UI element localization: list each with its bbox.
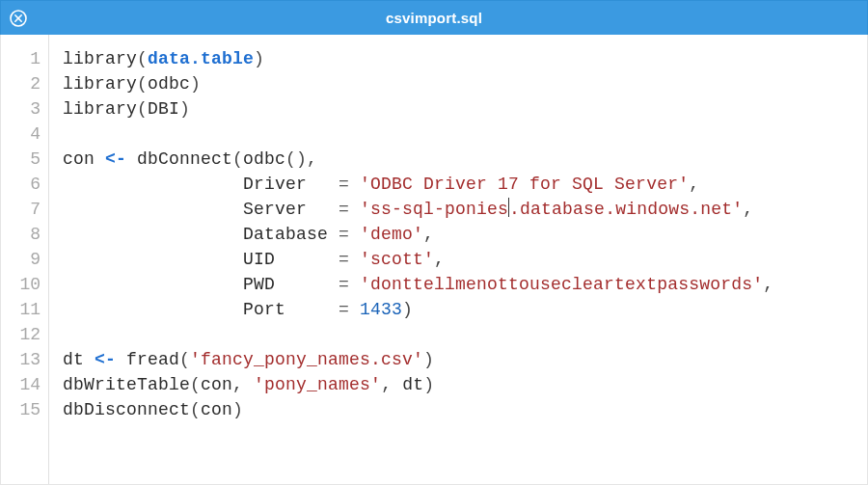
code-token: ( (190, 400, 201, 419)
code-line[interactable] (63, 121, 867, 147)
code-token: = (339, 200, 349, 219)
code-token: , (743, 200, 753, 219)
line-number: 14 (1, 372, 41, 397)
code-token: con (201, 375, 232, 394)
code-token: ) (254, 49, 264, 68)
code-token: ) (190, 74, 201, 94)
code-line[interactable]: Server = 'ss-sql-ponies.database.windows… (63, 197, 867, 222)
code-token: <- (95, 350, 116, 369)
code-token: 1433 (360, 300, 402, 319)
code-token: , (763, 275, 773, 294)
line-number: 15 (1, 397, 41, 422)
line-number: 13 (1, 347, 41, 372)
code-line[interactable]: Database = 'demo', (63, 222, 867, 247)
code-token (349, 175, 360, 194)
code-area[interactable]: library(data.table)library(odbc)library(… (49, 35, 867, 484)
code-token: dbDisconnect (63, 400, 190, 419)
code-line[interactable]: Port = 1433) (63, 297, 867, 322)
code-token: 'scott' (360, 250, 434, 269)
code-token: data (148, 49, 190, 68)
code-token: , (232, 375, 243, 394)
code-token: dt (392, 375, 423, 394)
code-token: con (201, 400, 232, 419)
code-token: ) (423, 350, 434, 369)
code-token: 'fancy_pony_names.csv' (190, 350, 423, 369)
line-gutter: 123456789101112131415 (1, 35, 49, 484)
close-icon (10, 10, 27, 27)
titlebar: csvimport.sql (0, 0, 868, 35)
code-token: 'donttellmenottousecleartextpasswords' (360, 275, 763, 294)
code-token: Database (63, 225, 339, 244)
code-token: UID (63, 250, 339, 269)
code-token (349, 200, 360, 219)
code-line[interactable]: library(DBI) (63, 96, 867, 121)
code-token (349, 250, 360, 269)
code-token: library (63, 49, 137, 68)
line-number: 9 (1, 247, 41, 272)
code-token: = (339, 300, 349, 319)
code-token: ( (137, 99, 148, 119)
code-token: Port (63, 300, 339, 319)
code-token: con (63, 149, 105, 169)
code-token (349, 275, 360, 294)
window-title: csvimport.sql (1, 10, 867, 26)
code-token: 'pony_names' (254, 375, 381, 394)
code-line[interactable]: dbDisconnect(con) (63, 397, 867, 422)
line-number: 3 (1, 96, 41, 121)
line-number: 11 (1, 297, 41, 322)
code-token: fread (116, 350, 179, 369)
code-token: Driver (63, 175, 339, 194)
code-token: ) (179, 99, 190, 119)
code-token: ( (232, 149, 243, 169)
code-token: ( (179, 350, 190, 369)
code-line[interactable]: con <- dbConnect(odbc(), (63, 147, 867, 172)
code-token (349, 225, 360, 244)
code-line[interactable]: dt <- fread('fancy_pony_names.csv') (63, 347, 867, 372)
code-token: , (423, 225, 434, 244)
code-line[interactable]: Driver = 'ODBC Driver 17 for SQL Server'… (63, 172, 867, 197)
code-token (349, 300, 360, 319)
line-number: 7 (1, 197, 41, 222)
code-token: ) (402, 300, 413, 319)
code-token: ( (137, 74, 148, 94)
code-editor[interactable]: 123456789101112131415 library(data.table… (0, 35, 868, 485)
code-token (243, 375, 254, 394)
code-token: DBI (148, 99, 179, 119)
code-line[interactable]: library(odbc) (63, 71, 867, 96)
code-token: , (689, 175, 699, 194)
code-line[interactable]: library(data.table) (63, 46, 867, 71)
code-token: () (285, 149, 307, 169)
line-number: 10 (1, 272, 41, 297)
close-button[interactable] (10, 10, 27, 27)
code-token: ) (232, 400, 243, 419)
code-token: ( (190, 375, 201, 394)
code-token: library (63, 99, 137, 119)
code-token: 'ss-sql-ponies (360, 200, 508, 219)
code-token: odbc (243, 149, 285, 169)
line-number: 2 (1, 71, 41, 96)
line-number: 4 (1, 121, 41, 147)
code-token: . (190, 49, 201, 68)
code-token: 'ODBC Driver 17 for SQL Server' (360, 175, 689, 194)
line-number: 8 (1, 222, 41, 247)
code-token: <- (105, 149, 126, 169)
line-number: 12 (1, 322, 41, 347)
code-line[interactable]: PWD = 'donttellmenottousecleartextpasswo… (63, 272, 867, 297)
code-token: , (434, 250, 445, 269)
code-token: ( (137, 49, 148, 68)
code-token: odbc (148, 74, 190, 94)
code-line[interactable]: UID = 'scott', (63, 247, 867, 272)
code-token: , (381, 375, 392, 394)
code-token: ) (423, 375, 434, 394)
code-line[interactable] (63, 322, 867, 347)
code-token: .database.windows.net' (509, 200, 743, 219)
code-token: = (339, 250, 349, 269)
code-token: dbWriteTable (63, 375, 190, 394)
line-number: 1 (1, 46, 41, 71)
code-token: = (339, 275, 349, 294)
code-token: dbConnect (126, 149, 232, 169)
code-token: = (339, 175, 349, 194)
code-token: library (63, 74, 137, 94)
code-token: table (201, 49, 254, 68)
code-line[interactable]: dbWriteTable(con, 'pony_names', dt) (63, 372, 867, 397)
